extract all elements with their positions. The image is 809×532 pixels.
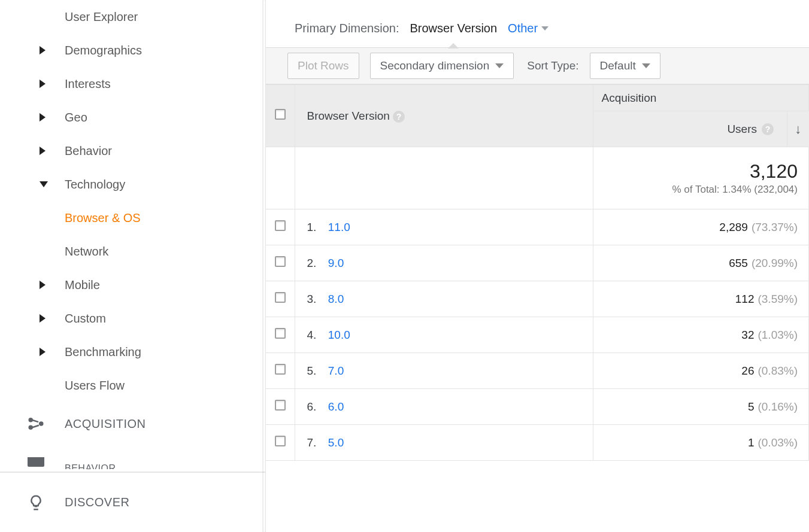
secondary-dimension-label: Secondary dimension (380, 59, 490, 72)
users-pct: (0.83%) (758, 364, 798, 377)
summary-users-pct: % of Total: 1.34% (232,004) (594, 184, 798, 196)
users-pct: (1.03%) (758, 329, 798, 341)
sidebar-item-label: Demographics (65, 44, 142, 57)
table-row: 7. 5.01(0.03%) (266, 425, 809, 461)
users-value: 32 (741, 329, 754, 341)
sort-type-value: Default (600, 59, 636, 72)
sidebar-item-interests[interactable]: Interests (0, 67, 265, 101)
row-checkbox[interactable] (275, 256, 286, 267)
browser-version-link[interactable]: 11.0 (328, 221, 350, 233)
sidebar-item-label: Benchmarking (65, 345, 141, 359)
users-value: 655 (729, 257, 748, 269)
sidebar-item-label: User Explorer (65, 10, 138, 24)
sidebar-item-technology[interactable]: Technology (0, 168, 265, 201)
row-index: 5. (307, 364, 325, 378)
primary-dimension-current[interactable]: Browser Version (410, 22, 497, 35)
plot-rows-label: Plot Rows (298, 59, 349, 72)
sidebar-item-benchmarking[interactable]: Benchmarking (0, 335, 265, 369)
secondary-dimension-select[interactable]: Secondary dimension (370, 53, 514, 79)
primary-dimension-other-label: Other (508, 22, 538, 35)
row-checkbox[interactable] (275, 328, 286, 339)
sidebar-item-label: Geo (65, 111, 87, 124)
behavior-icon (24, 457, 48, 469)
sidebar-item-user-explorer[interactable]: User Explorer (0, 0, 265, 34)
row-checkbox[interactable] (275, 364, 286, 375)
sidebar-item-label: Interests (65, 77, 111, 91)
sidebar-section-discover[interactable]: DISCOVER (0, 472, 265, 532)
row-index: 3. (307, 293, 325, 306)
users-value: 2,289 (719, 221, 748, 233)
sidebar-section-label: BEHAVIOR (65, 463, 116, 469)
sidebar-item-browser-os[interactable]: Browser & OS (0, 201, 265, 235)
table-row: 6. 6.05(0.16%) (266, 389, 809, 425)
chevron-right-icon (40, 348, 46, 356)
table-row: 3. 8.0112(3.59%) (266, 281, 809, 317)
chevron-down-icon (495, 63, 504, 68)
browser-version-link[interactable]: 8.0 (328, 293, 344, 305)
sidebar-item-geo[interactable]: Geo (0, 101, 265, 134)
chevron-down-icon (541, 26, 549, 31)
table-header-users[interactable]: Users ? (593, 111, 787, 147)
sidebar-item-mobile[interactable]: Mobile (0, 268, 265, 302)
sidebar-section-acquisition[interactable]: ACQUISITION (0, 402, 265, 445)
main-content: Primary Dimension: Browser Version Other… (266, 0, 809, 532)
primary-dimension-bar: Primary Dimension: Browser Version Other (266, 22, 809, 47)
help-icon[interactable]: ? (762, 123, 774, 135)
row-index: 7. (307, 436, 325, 449)
users-value: 112 (735, 293, 755, 305)
sidebar: User ExplorerDemographicsInterestsGeoBeh… (0, 0, 266, 532)
column-group-label: Acquisition (602, 92, 657, 104)
row-checkbox[interactable] (275, 292, 286, 303)
browser-version-link[interactable]: 6.0 (328, 400, 344, 413)
table-row: 2. 9.0655(20.99%) (266, 245, 809, 281)
browser-version-link[interactable]: 10.0 (328, 329, 350, 341)
sidebar-item-demographics[interactable]: Demographics (0, 34, 265, 67)
browser-version-link[interactable]: 5.0 (328, 436, 344, 449)
table-header-browser-version[interactable]: Browser Version ? (295, 85, 593, 147)
browser-version-link[interactable]: 7.0 (328, 364, 344, 377)
chevron-right-icon (40, 113, 46, 121)
sidebar-item-behavior[interactable]: Behavior (0, 134, 265, 168)
sidebar-section-label: ACQUISITION (65, 417, 146, 431)
sidebar-item-custom[interactable]: Custom (0, 302, 265, 335)
users-value: 5 (748, 400, 755, 413)
table-summary-row: 3,120 % of Total: 1.34% (232,004) (266, 147, 809, 209)
primary-dimension-other[interactable]: Other (508, 22, 549, 35)
chevron-right-icon (40, 46, 46, 54)
arrow-down-icon: ↓ (795, 121, 801, 136)
svg-rect-4 (32, 425, 39, 428)
row-checkbox[interactable] (275, 220, 286, 231)
sidebar-section-behavior[interactable]: BEHAVIOR (0, 457, 265, 469)
sidebar-item-network[interactable]: Network (0, 235, 265, 268)
table-header-acquisition: Acquisition (593, 85, 809, 111)
sidebar-item-label: Mobile (65, 278, 100, 292)
sort-type-label: Sort Type: (527, 59, 578, 72)
table-header-sort[interactable]: ↓ (787, 111, 809, 147)
help-icon[interactable]: ? (393, 111, 405, 123)
users-pct: (3.59%) (758, 293, 798, 305)
users-pct: (0.16%) (758, 400, 798, 413)
select-all-checkbox[interactable] (275, 109, 286, 120)
users-pct: (20.99%) (752, 257, 798, 269)
sidebar-item-label: Users Flow (65, 379, 125, 393)
plot-rows-button[interactable]: Plot Rows (287, 53, 359, 79)
acquisition-icon (24, 412, 48, 436)
data-table: Browser Version ? Acquisition Users ? (266, 84, 809, 461)
sidebar-section-label: DISCOVER (65, 495, 129, 509)
primary-dimension-label: Primary Dimension: (295, 22, 399, 35)
row-checkbox[interactable] (275, 436, 286, 446)
sidebar-item-label: Browser & OS (65, 211, 141, 225)
svg-rect-3 (32, 419, 38, 423)
browser-version-link[interactable]: 9.0 (328, 257, 344, 269)
row-checkbox[interactable] (275, 400, 286, 411)
sidebar-item-label: Technology (65, 178, 125, 191)
svg-point-1 (29, 425, 34, 430)
row-index: 2. (307, 257, 325, 270)
sort-type-select[interactable]: Default (590, 53, 660, 79)
row-index: 6. (307, 400, 325, 414)
chevron-right-icon (40, 147, 46, 155)
users-pct: (73.37%) (752, 221, 798, 233)
table-header-checkbox (266, 85, 295, 147)
sidebar-item-users-flow[interactable]: Users Flow (0, 369, 265, 402)
chevron-right-icon (40, 314, 46, 323)
